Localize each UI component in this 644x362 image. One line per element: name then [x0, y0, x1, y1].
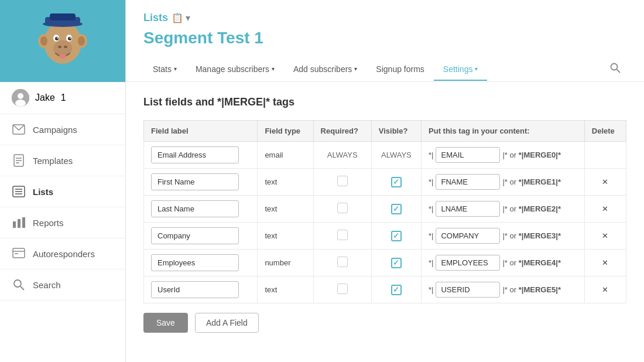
- tab-stats[interactable]: Stats ▾: [143, 59, 186, 81]
- user-nav-item[interactable]: Jake 1: [0, 82, 125, 114]
- merge-tag-cell: *| |* or *|MERGE4|*: [422, 250, 585, 276]
- sidebar-item-templates[interactable]: Templates: [0, 145, 125, 176]
- required-cell: ALWAYS: [313, 142, 371, 169]
- visible-checkbox[interactable]: [391, 258, 402, 268]
- visible-checkbox[interactable]: [391, 204, 402, 214]
- svg-point-17: [59, 54, 66, 59]
- merge-input[interactable]: [436, 282, 500, 298]
- tab-signup-forms[interactable]: Signup forms: [366, 59, 433, 81]
- field-type-cell: number: [258, 250, 313, 276]
- col-required: Required?: [313, 121, 371, 142]
- svg-line-40: [617, 70, 621, 73]
- save-button[interactable]: Save: [143, 313, 188, 333]
- field-type-cell: text: [258, 196, 313, 223]
- visible-cell[interactable]: [371, 276, 421, 303]
- svg-point-39: [611, 64, 618, 70]
- required-cell[interactable]: [313, 196, 371, 223]
- visible-cell[interactable]: [371, 169, 421, 196]
- required-cell[interactable]: [313, 250, 371, 276]
- required-checkbox[interactable]: [337, 257, 348, 267]
- sidebar-item-search[interactable]: Search: [0, 269, 125, 300]
- delete-button[interactable]: ✕: [584, 169, 626, 196]
- field-label-input[interactable]: [151, 200, 239, 217]
- visible-checkbox[interactable]: [391, 177, 402, 187]
- merge-suffix: |* or *|MERGE2|*: [502, 204, 561, 213]
- required-cell[interactable]: [313, 169, 371, 196]
- required-cell[interactable]: [313, 276, 371, 303]
- merge-input[interactable]: [436, 228, 500, 244]
- merge-input[interactable]: [436, 201, 500, 217]
- field-label-input[interactable]: [151, 254, 239, 271]
- action-buttons: Save Add A Field: [143, 313, 626, 333]
- sidebar-item-autoresponders[interactable]: Autoresponders: [0, 238, 125, 269]
- table-row: text *| |* or *|MERGE2|* ✕: [144, 196, 626, 223]
- header-search-icon[interactable]: [604, 57, 626, 81]
- sidebar-logo: [0, 0, 125, 82]
- main-content: Lists 📋 ▾ Segment Test 1 Stats ▾ Manage …: [126, 0, 644, 362]
- section-title: List fields and *|MERGE|* tags: [143, 96, 626, 108]
- sidebar-item-label: Reports: [33, 218, 64, 228]
- table-row: text *| |* or *|MERGE3|* ✕: [144, 223, 626, 250]
- required-checkbox[interactable]: [337, 203, 348, 213]
- field-label-input[interactable]: [151, 173, 239, 190]
- col-visible: Visible?: [371, 121, 421, 142]
- add-field-button[interactable]: Add A Field: [195, 313, 259, 333]
- tab-add-subscribers[interactable]: Add subscribers ▾: [284, 59, 366, 81]
- svg-point-11: [68, 37, 71, 40]
- required-checkbox[interactable]: [337, 284, 348, 294]
- visible-checkbox[interactable]: [391, 231, 402, 241]
- svg-point-5: [40, 36, 47, 46]
- visible-checkbox[interactable]: [391, 285, 402, 295]
- field-label-input[interactable]: [151, 146, 239, 163]
- required-cell[interactable]: [313, 223, 371, 250]
- visible-cell[interactable]: [371, 196, 421, 223]
- chevron-down-icon: ▾: [272, 66, 275, 72]
- table-row: text *| |* or *|MERGE1|* ✕: [144, 169, 626, 196]
- list-icon: [12, 185, 26, 199]
- delete-button[interactable]: ✕: [584, 223, 626, 250]
- visible-cell[interactable]: [371, 223, 421, 250]
- field-type-cell: text: [258, 169, 313, 196]
- svg-point-20: [18, 93, 23, 99]
- merge-suffix: |* or *|MERGE0|*: [502, 151, 561, 159]
- svg-point-18: [43, 21, 83, 27]
- merge-tag-cell: *| |* or *|MERGE1|*: [422, 169, 585, 196]
- svg-rect-2: [50, 13, 76, 21]
- autoresponder-icon: [12, 247, 26, 261]
- visible-cell[interactable]: [371, 250, 421, 276]
- sidebar-item-lists[interactable]: Lists: [0, 176, 125, 207]
- sidebar-item-campaigns[interactable]: Campaigns: [0, 114, 125, 145]
- merge-input[interactable]: [436, 147, 500, 163]
- tab-manage-subscribers[interactable]: Manage subscribers ▾: [186, 59, 284, 81]
- sidebar-item-label: Search: [33, 280, 61, 290]
- merge-tag-cell: *| |* or *|MERGE3|*: [422, 223, 585, 250]
- user-name: Jake: [35, 93, 55, 103]
- svg-point-7: [78, 36, 85, 46]
- chevron-down-icon: ▾: [475, 66, 478, 72]
- field-label-input[interactable]: [151, 227, 239, 244]
- delete-button[interactable]: ✕: [584, 276, 626, 303]
- delete-button[interactable]: ✕: [584, 250, 626, 276]
- merge-input[interactable]: [436, 174, 500, 190]
- breadcrumb-lists[interactable]: Lists: [143, 12, 168, 24]
- tab-bar: Stats ▾ Manage subscribers ▾ Add subscri…: [143, 57, 626, 81]
- mail-icon: [12, 122, 26, 136]
- sidebar-item-reports[interactable]: Reports: [0, 207, 125, 238]
- sidebar-item-label: Autoresponders: [33, 249, 95, 259]
- delete-button[interactable]: ✕: [584, 196, 626, 223]
- merge-tag-cell: *| |* or *|MERGE5|*: [422, 276, 585, 303]
- field-type-cell: text: [258, 276, 313, 303]
- field-label-input[interactable]: [151, 281, 239, 298]
- sidebar-item-label: Campaigns: [33, 125, 77, 135]
- required-checkbox[interactable]: [337, 176, 348, 186]
- svg-point-15: [58, 46, 61, 48]
- page-title: Segment Test 1: [143, 29, 626, 47]
- breadcrumb: Lists 📋 ▾: [143, 12, 626, 24]
- col-field-label: Field label: [144, 121, 258, 142]
- merge-input[interactable]: [436, 255, 500, 271]
- col-delete: Delete: [584, 121, 626, 142]
- tab-settings[interactable]: Settings ▾: [434, 59, 488, 81]
- required-checkbox[interactable]: [337, 230, 348, 240]
- merge-prefix: *|: [429, 258, 433, 267]
- merge-prefix: *|: [429, 285, 433, 294]
